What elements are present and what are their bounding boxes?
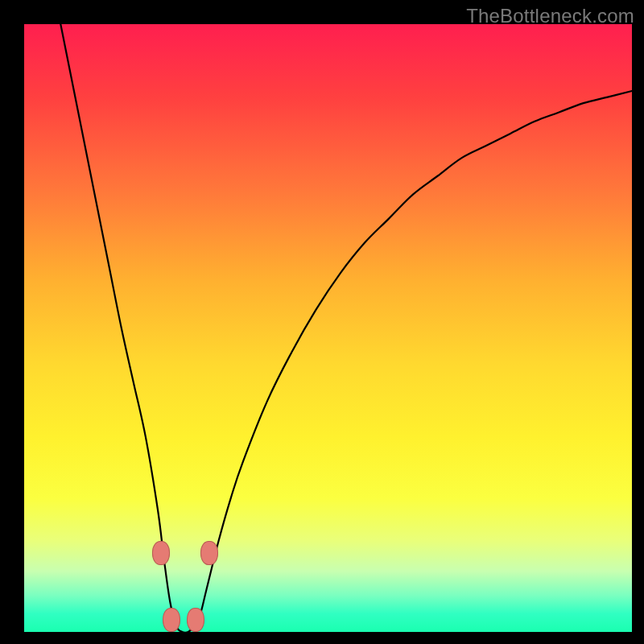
- bottleneck-curve: [24, 24, 632, 632]
- watermark-text: TheBottleneck.com: [466, 5, 634, 27]
- plot-area: [24, 24, 632, 632]
- chart-frame: TheBottleneck.com: [0, 0, 644, 644]
